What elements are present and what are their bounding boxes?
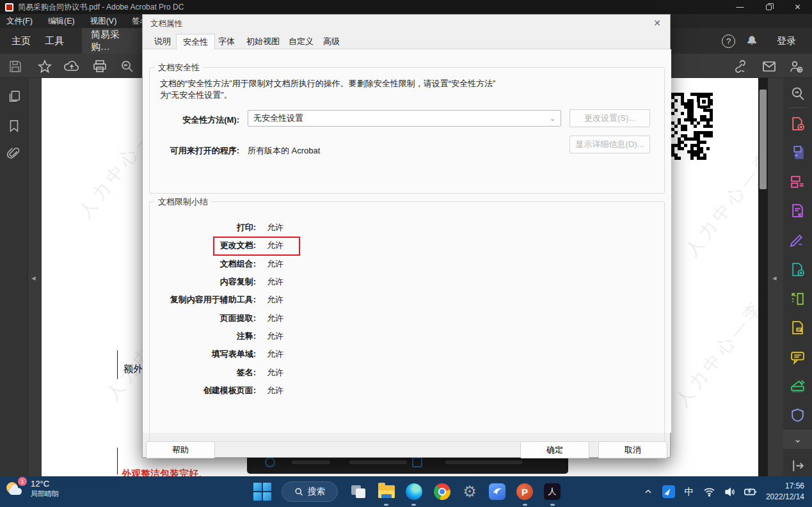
start-button[interactable] (253, 483, 271, 501)
tray-time: 17:56 (766, 481, 804, 492)
chrome-button[interactable] (432, 481, 452, 502)
dialog-tab-custom[interactable]: 自定义 (282, 34, 320, 49)
left-nav-panel (0, 78, 28, 476)
dialog-tab-fonts[interactable]: 字体 (212, 34, 241, 49)
battery-button[interactable] (743, 484, 758, 499)
collapse-left-arrow-icon[interactable]: ◂ (31, 273, 36, 283)
dialog-tab-initial-view[interactable]: 初始视图 (240, 34, 286, 49)
toolbar-control (292, 460, 330, 464)
dialog-tab-advanced[interactable]: 高级 (317, 34, 346, 49)
comment-bubble-icon (790, 349, 806, 365)
collapse-right-arrow-icon[interactable]: ◂ (772, 273, 777, 283)
settings-button[interactable]: ⚙ (459, 481, 480, 502)
more-tools-button[interactable]: ⌄ (783, 430, 812, 449)
show-details-button[interactable]: 显示详细信息(D)... (569, 136, 650, 153)
window-title: 简易采购合同协议书.pdf - Adobe Acrobat Pro DC (18, 2, 184, 13)
tab-home[interactable]: 主页 (3, 28, 40, 54)
printer-icon (92, 59, 107, 74)
edge-button[interactable] (404, 481, 424, 502)
thunder-button[interactable] (487, 481, 507, 502)
search-tools-icon (790, 86, 806, 102)
crop-pages-button[interactable] (790, 291, 806, 307)
security-method-dropdown[interactable]: 无安全性设置 ⌄ (248, 110, 561, 127)
speaker-icon (724, 486, 736, 498)
menu-view[interactable]: 视图(V) (84, 16, 126, 27)
attachments-button[interactable] (7, 147, 21, 162)
share-people-button[interactable] (788, 59, 804, 74)
cloud-upload-icon (64, 59, 79, 74)
share-cloud-button[interactable] (64, 59, 79, 74)
sign-in-button[interactable]: 登录 (768, 28, 805, 54)
restriction-row: 文档组合:允许 (150, 255, 664, 273)
weather-widget[interactable]: 1 12°C 局部晴朗 (6, 479, 59, 499)
dialog-close-button[interactable]: ✕ (649, 17, 665, 29)
expand-panel-button[interactable] (790, 458, 806, 474)
get-link-button[interactable] (733, 59, 748, 74)
bookmarks-button[interactable] (7, 119, 21, 134)
acrobat-button[interactable]: 人 (542, 481, 562, 502)
email-button[interactable] (761, 59, 777, 74)
expand-panel-icon (790, 458, 806, 474)
organize-pages-button[interactable] (790, 174, 806, 190)
dialog-tab-security[interactable]: 安全性 (176, 34, 215, 50)
powerpoint-button[interactable]: P (514, 481, 535, 502)
scrollbar-thumb[interactable] (760, 90, 767, 189)
security-method-label: 安全性方法(M): (150, 114, 239, 126)
right-splitter[interactable]: ◂ (768, 78, 783, 476)
print-button[interactable] (92, 59, 107, 74)
menu-file[interactable]: 文件(F) (0, 16, 42, 27)
create-pdf-button[interactable] (790, 116, 806, 132)
start-icon (253, 483, 262, 491)
tab-document[interactable]: 简易采购… (82, 28, 146, 54)
restriction-value: 允许 (267, 294, 283, 306)
page-thumbnails-button[interactable] (7, 90, 21, 105)
file-explorer-button[interactable] (376, 481, 397, 502)
delete-pages-button[interactable] (790, 203, 806, 219)
fill-sign-button[interactable] (790, 232, 806, 248)
help-dialog-button[interactable]: 帮助 (146, 441, 215, 458)
ime-mode-button[interactable]: 中 (681, 484, 697, 499)
system-tray: 中 17:56 2022/12/14 (638, 476, 812, 507)
volume-button[interactable] (722, 484, 738, 499)
search-button[interactable] (120, 59, 135, 74)
star-button[interactable] (37, 59, 52, 74)
restriction-value: 允许 (267, 258, 283, 270)
comment-button[interactable] (790, 349, 806, 365)
left-splitter[interactable]: ◂ (29, 78, 42, 476)
protect-button[interactable] (790, 407, 806, 423)
search-icon (294, 487, 304, 497)
change-settings-button[interactable]: 更改设置(S)... (569, 109, 650, 127)
wifi-button[interactable] (702, 484, 717, 499)
restriction-row: 签名:允许 (150, 363, 664, 381)
restriction-row: 注释:允许 (150, 327, 664, 345)
taskbar-search[interactable]: 搜索 (282, 481, 338, 502)
fill-sign-icon (790, 232, 806, 248)
request-signatures-button[interactable] (790, 320, 806, 336)
ok-button[interactable]: 确定 (520, 441, 589, 458)
search-tools-button[interactable] (790, 86, 806, 102)
menu-edit[interactable]: 编辑(E) (42, 16, 84, 27)
clock-widget[interactable]: 17:56 2022/12/14 (766, 481, 804, 503)
create-pdf-alt-button[interactable] (790, 261, 806, 277)
export-pdf-button[interactable] (790, 144, 806, 160)
create-pdf-plus-icon (790, 261, 806, 277)
restrictions-groupbox: 文档限制小结 打印:允许 更改文档:允许 文档组合:允许 内容复制:允许 复制内… (149, 201, 665, 442)
save-button[interactable] (8, 59, 23, 74)
restriction-value: 允许 (267, 348, 283, 360)
chevron-down-icon: ⌄ (550, 114, 555, 123)
task-view-button[interactable] (349, 481, 369, 502)
scan-ocr-button[interactable] (790, 378, 806, 394)
qr-finder-pattern (697, 95, 710, 108)
open-with-value: 所有版本的 Acrobat (248, 145, 320, 157)
restriction-row: 打印:允许 (150, 219, 664, 237)
restore-button[interactable] (754, 0, 783, 14)
dialog-tab-description[interactable]: 说明 (148, 34, 177, 49)
tray-expand-button[interactable] (641, 484, 656, 499)
tab-tools[interactable]: 工具 (36, 28, 73, 54)
tray-date: 2022/12/14 (766, 492, 804, 503)
close-button[interactable]: ✕ (783, 0, 812, 14)
cancel-button[interactable]: 取消 (598, 441, 667, 458)
minimize-button[interactable]: — (726, 0, 754, 14)
notifications-button[interactable]: 🔔︎ (737, 28, 767, 54)
tray-app-button[interactable] (661, 484, 676, 499)
